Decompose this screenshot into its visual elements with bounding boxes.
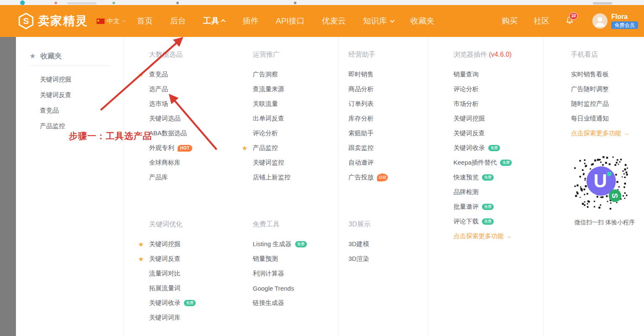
- menu-item[interactable]: 库存分析: [348, 111, 428, 126]
- favorites-item[interactable]: 关键词反查: [29, 87, 123, 103]
- menu-item[interactable]: 拓展流量词: [149, 281, 237, 296]
- explore-more-link[interactable]: 点击探索更多功能 →: [571, 126, 644, 141]
- menu-item[interactable]: 销量查询: [453, 67, 543, 82]
- menu-item[interactable]: 产品库: [149, 170, 237, 185]
- menu-item[interactable]: 关键词收录免费: [149, 296, 237, 310]
- star-icon: ★: [138, 71, 144, 79]
- menu-item[interactable]: 即时销售: [348, 67, 428, 82]
- menu-item[interactable]: ★关键词挖掘: [149, 237, 237, 252]
- menu-item[interactable]: 全球商标库: [149, 155, 237, 170]
- menu-item[interactable]: ★关键词反查: [149, 252, 237, 266]
- nav-item-knowledge[interactable]: 知识库: [363, 16, 393, 26]
- menu-item[interactable]: 关联流量: [253, 97, 338, 111]
- menu-item[interactable]: 每日业绩通知: [571, 111, 644, 126]
- menu-item[interactable]: Keepa插件替代免费: [453, 155, 543, 170]
- menu-item[interactable]: 关键词收录免费: [453, 141, 543, 155]
- menu-item[interactable]: ★产品监控: [253, 141, 338, 155]
- menu-item[interactable]: Google Trends: [253, 281, 338, 296]
- menu-item[interactable]: 广告洞察: [253, 67, 338, 82]
- menu-item[interactable]: 关键词反查: [453, 126, 543, 141]
- section-title: 大数据选品: [149, 47, 237, 62]
- menu-item[interactable]: 销量预测: [253, 252, 338, 266]
- menu-item[interactable]: 跟卖监控: [348, 141, 428, 155]
- menu-item[interactable]: 快速预览免费: [453, 170, 543, 185]
- menu-item[interactable]: 店铺上新监控: [253, 170, 338, 185]
- menu-item[interactable]: 出单词反查: [253, 111, 338, 126]
- menu-item[interactable]: 商品分析: [348, 82, 428, 97]
- menu-item[interactable]: 关键词选品: [149, 111, 237, 126]
- menu-item-label: 外观专利: [149, 144, 174, 152]
- menu-item[interactable]: 实时销售看板: [571, 67, 644, 82]
- menu-item[interactable]: 3D建模: [348, 237, 428, 252]
- menu-item[interactable]: 随时监控产品: [571, 97, 644, 111]
- menu-item-label: 关键词收录: [453, 144, 485, 152]
- menu-item[interactable]: 广告随时调整: [571, 82, 644, 97]
- menu-item[interactable]: 利润计算器: [253, 266, 338, 281]
- section-items: 广告洞察查流量来源关联流量出单词反查评论分析★产品监控关键词监控店铺上新监控: [253, 67, 338, 185]
- menu-item-label: 每日业绩通知: [571, 115, 609, 123]
- menu-item-label: 评论分析: [453, 85, 479, 93]
- menu-item[interactable]: 选市场: [149, 97, 237, 111]
- menu-section: 3D展示3D建模3D渲染: [348, 185, 428, 266]
- nav-item-api[interactable]: API接口: [276, 16, 305, 26]
- menu-item[interactable]: 订单列表: [348, 97, 428, 111]
- buy-link[interactable]: 购买: [502, 16, 518, 26]
- menu-item[interactable]: 流量词对比: [149, 266, 237, 281]
- menu-item-label: 关键词反查: [149, 255, 181, 263]
- menu-item-label: 选产品: [149, 85, 168, 93]
- menu-item-label: 关联流量: [253, 100, 278, 108]
- user-meta: Flora 免费会员: [611, 13, 638, 29]
- menu-item[interactable]: 品牌检测: [453, 185, 543, 200]
- nav-item-favorites[interactable]: 收藏夹: [411, 16, 435, 26]
- menu-item-label: 产品监控: [253, 144, 278, 152]
- menu-item[interactable]: 市场分析: [453, 97, 543, 111]
- menu-item-label: 关键词挖掘: [149, 240, 181, 248]
- menu-item[interactable]: 3D渲染: [348, 252, 428, 266]
- menu-item[interactable]: 选产品: [149, 82, 237, 97]
- nav-item-plugin[interactable]: 插件: [243, 16, 259, 26]
- community-link[interactable]: 社区: [534, 16, 550, 26]
- favorites-item-label: 关键词反查: [40, 91, 71, 99]
- menu-item[interactable]: 查流量来源: [253, 82, 338, 97]
- menu-item-label: 点击探索更多功能 →: [571, 129, 629, 137]
- menu-item[interactable]: ABA数据选品: [149, 126, 237, 141]
- brand-logo[interactable]: S 卖家精灵: [18, 13, 88, 29]
- menu-item[interactable]: 外观专利HOT: [149, 141, 237, 155]
- avatar[interactable]: [592, 13, 607, 29]
- nav-item-youmai-cloud[interactable]: 优麦云: [322, 16, 346, 26]
- menu-item[interactable]: 广告投放自助: [348, 170, 428, 185]
- favorites-item[interactable]: 查竞品: [29, 103, 123, 118]
- browser-control-stub: [593, 2, 612, 5]
- hexagon-s-logo-icon: S: [18, 13, 34, 29]
- menu-item[interactable]: 评论分析: [453, 82, 543, 97]
- menu-item[interactable]: 关键词挖掘: [453, 111, 543, 126]
- nav-item-home[interactable]: 首页: [137, 16, 153, 26]
- section-items: ★查竞品选产品选市场关键词选品ABA数据选品外观专利HOT全球商标库产品库: [149, 67, 237, 185]
- menu-item[interactable]: ★查竞品: [149, 67, 237, 82]
- bookmark-label-stub: [67, 2, 97, 5]
- explore-more-link[interactable]: 点击探索更多功能 →: [453, 229, 543, 244]
- language-switcher[interactable]: 中文: [97, 17, 124, 25]
- menu-item[interactable]: 评论分析: [253, 126, 338, 141]
- tools-mega-menu: ★ 收藏夹 关键词挖掘关键词反查查竞品产品监控 大数据选品★查竞品选产品选市场关…: [16, 37, 644, 336]
- menu-item[interactable]: 关键词词库: [149, 310, 237, 325]
- favorites-item[interactable]: 关键词挖掘: [29, 72, 123, 87]
- primary-nav: 首页 后台 工具 插件 API接口 优麦云 知识库 收藏夹: [137, 16, 435, 26]
- menu-item[interactable]: 批量邀评免费: [453, 200, 543, 214]
- menu-item[interactable]: 关键词监控: [253, 155, 338, 170]
- favorites-section-title: ★ 收藏夹: [29, 47, 110, 66]
- menu-item[interactable]: Listing 生成器免费: [253, 237, 338, 252]
- menu-item[interactable]: 索赔助手: [348, 126, 428, 141]
- brand-name: 卖家精灵: [38, 13, 88, 29]
- menu-item[interactable]: 自动邀评: [348, 155, 428, 170]
- nav-item-tools[interactable]: 工具: [203, 16, 225, 26]
- menu-item[interactable]: 评论下载免费: [453, 214, 543, 229]
- menu-item-label: Keepa插件替代: [453, 159, 497, 167]
- section-items: 实时销售看板广告随时调整随时监控产品每日业绩通知点击探索更多功能 →: [571, 67, 644, 141]
- account-menu[interactable]: Flora 免费会员: [592, 13, 638, 29]
- notifications-button[interactable]: 10: [565, 16, 574, 26]
- nav-item-backend[interactable]: 后台: [170, 16, 186, 26]
- menu-item-label: 批量邀评: [453, 203, 479, 211]
- menu-item[interactable]: 链接生成器: [253, 296, 338, 310]
- menu-item-label: 关键词选品: [149, 115, 181, 123]
